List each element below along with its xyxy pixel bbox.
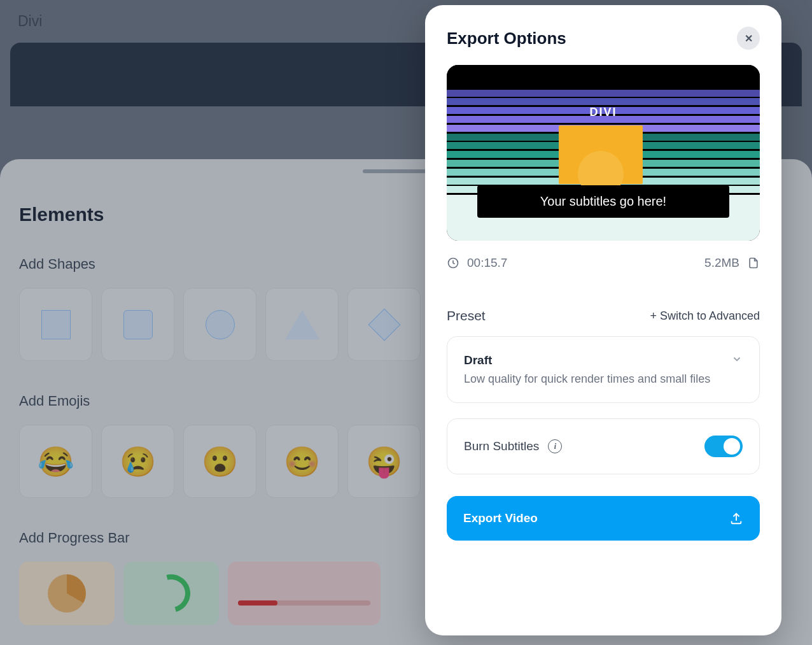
toggle-knob [724,438,740,455]
upload-icon [729,511,743,525]
subtitle-banner: Your subtitles go here! [477,185,729,218]
modal-title: Export Options [447,29,566,48]
burn-subtitles-toggle[interactable] [704,436,743,457]
preview-heading: DIVI [447,106,760,119]
preset-name: Draft [464,353,710,367]
preset-selector[interactable]: Draft Low quality for quick render times… [447,336,760,403]
close-icon: ✕ [745,32,753,45]
export-modal: Export Options ✕ DIVI Your subtitles go … [425,5,781,635]
preview-overlay-card [559,125,643,184]
video-preview[interactable]: DIVI Your subtitles go here! [447,65,760,241]
modal-header: Export Options ✕ [447,27,760,50]
burn-subtitles-label: Burn Subtitles [464,439,539,453]
close-button[interactable]: ✕ [737,27,760,50]
export-video-button[interactable]: Export Video [447,496,760,541]
clock-icon [447,257,459,269]
meta-row: 00:15.7 5.2MB [447,256,760,270]
filesize-value: 5.2MB [704,256,739,270]
chevron-down-icon [731,353,743,365]
switch-to-advanced-link[interactable]: + Switch to Advanced [650,309,760,323]
burn-subtitles-card: Burn Subtitles i [447,418,760,474]
preset-description: Low quality for quick render times and s… [464,372,710,386]
info-icon[interactable]: i [548,439,562,453]
preset-label: Preset [447,308,486,323]
file-icon [747,256,760,270]
export-button-label: Export Video [463,511,538,525]
preset-header: Preset + Switch to Advanced [447,308,760,323]
duration-value: 00:15.7 [467,256,507,270]
